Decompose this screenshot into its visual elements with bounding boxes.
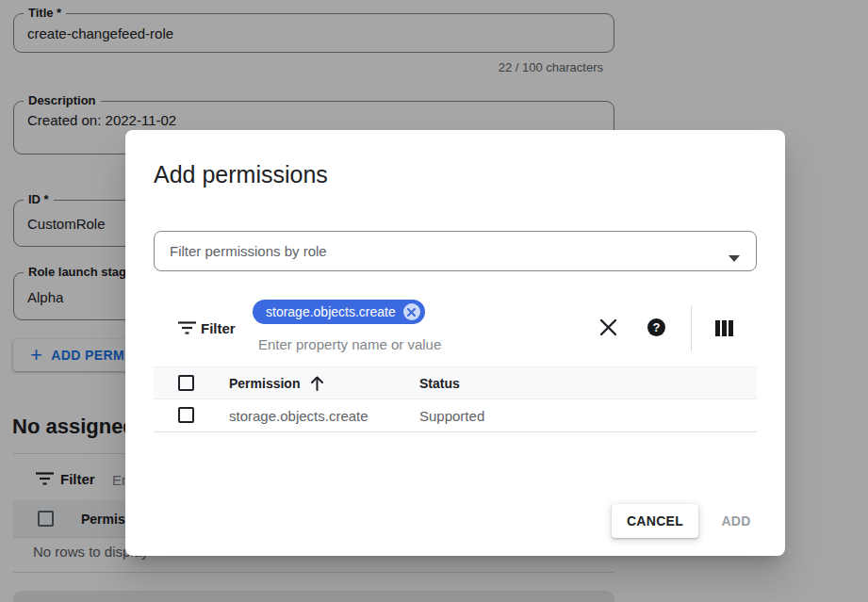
filter-help-button[interactable]: ? (647, 318, 665, 336)
add-permissions-dialog: Add permissions Filter permissions by ro… (125, 130, 785, 556)
permission-column-header: Permission (229, 376, 300, 391)
dialog-filter-label: Filter (201, 320, 236, 336)
filter-icon (178, 321, 196, 338)
toolbar-divider (691, 305, 692, 351)
help-icon: ? (647, 318, 665, 336)
row-checkbox[interactable] (178, 407, 194, 423)
dialog-table-header-row: Permission Status (154, 366, 757, 399)
column-display-button[interactable] (714, 320, 734, 336)
sort-ascending-icon (310, 376, 324, 395)
filter-permissions-by-role-select[interactable]: Filter permissions by role (154, 231, 757, 271)
select-all-checkbox[interactable] (178, 375, 194, 391)
cancel-button[interactable]: CANCEL (612, 504, 698, 538)
close-icon (599, 325, 617, 339)
chip-close-icon[interactable] (403, 303, 420, 320)
status-column-header: Status (419, 376, 460, 391)
dialog-title: Add permissions (154, 161, 328, 188)
filter-chip[interactable]: storage.objects.create (253, 300, 425, 324)
clear-filters-button[interactable] (599, 318, 617, 336)
permission-cell: storage.objects.create (229, 408, 368, 424)
dialog-filter-input[interactable]: Enter property name or value (258, 336, 441, 352)
add-button[interactable]: ADD (702, 504, 770, 538)
role-filter-placeholder: Filter permissions by role (170, 243, 327, 259)
columns-icon (714, 325, 734, 339)
chevron-down-icon (729, 249, 740, 265)
status-cell: Supported (419, 408, 484, 424)
create-role-screen: Title * create-changefeed-role 22 / 100 … (0, 0, 868, 602)
filter-chip-label: storage.objects.create (266, 304, 396, 319)
permission-table-row[interactable]: storage.objects.create Supported (154, 399, 757, 432)
